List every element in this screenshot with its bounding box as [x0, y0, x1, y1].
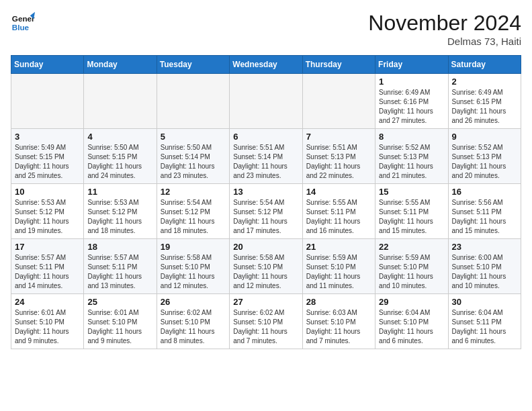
day-number: 18	[87, 242, 152, 252]
day-info: Sunrise: 5:52 AM Sunset: 5:13 PM Dayligh…	[452, 143, 517, 181]
day-info: Sunrise: 6:03 AM Sunset: 5:10 PM Dayligh…	[306, 308, 371, 346]
day-info: Sunrise: 6:02 AM Sunset: 5:10 PM Dayligh…	[233, 308, 298, 346]
svg-text:Blue: Blue	[12, 23, 30, 32]
weekday-header-monday: Monday	[84, 56, 157, 74]
calendar-cell: 28Sunrise: 6:03 AM Sunset: 5:10 PM Dayli…	[302, 294, 375, 349]
day-number: 11	[87, 187, 152, 197]
weekday-header-wednesday: Wednesday	[230, 56, 302, 74]
calendar-week-3: 10Sunrise: 5:53 AM Sunset: 5:12 PM Dayli…	[11, 184, 521, 239]
day-info: Sunrise: 6:02 AM Sunset: 5:10 PM Dayligh…	[161, 308, 226, 346]
calendar-table: SundayMondayTuesdayWednesdayThursdayFrid…	[11, 55, 521, 349]
calendar-cell: 21Sunrise: 5:59 AM Sunset: 5:10 PM Dayli…	[302, 239, 375, 294]
calendar-cell: 9Sunrise: 5:52 AM Sunset: 5:13 PM Daylig…	[448, 129, 521, 184]
day-number: 30	[452, 297, 517, 307]
calendar-cell: 10Sunrise: 5:53 AM Sunset: 5:12 PM Dayli…	[11, 184, 84, 239]
day-number: 4	[87, 132, 152, 142]
weekday-header-tuesday: Tuesday	[157, 56, 229, 74]
day-number: 1	[379, 77, 444, 87]
day-info: Sunrise: 6:49 AM Sunset: 6:15 PM Dayligh…	[452, 88, 517, 126]
day-info: Sunrise: 6:01 AM Sunset: 5:10 PM Dayligh…	[87, 308, 152, 346]
day-number: 3	[15, 132, 80, 142]
day-number: 10	[15, 187, 80, 197]
day-info: Sunrise: 5:58 AM Sunset: 5:10 PM Dayligh…	[233, 253, 298, 291]
day-info: Sunrise: 5:59 AM Sunset: 5:10 PM Dayligh…	[379, 253, 444, 291]
day-number: 7	[306, 132, 371, 142]
day-info: Sunrise: 6:00 AM Sunset: 5:10 PM Dayligh…	[452, 253, 517, 291]
weekday-header-sunday: Sunday	[11, 56, 84, 74]
location: Delmas 73, Haiti	[368, 36, 521, 47]
calendar-cell: 17Sunrise: 5:57 AM Sunset: 5:11 PM Dayli…	[11, 239, 84, 294]
calendar-cell: 27Sunrise: 6:02 AM Sunset: 5:10 PM Dayli…	[230, 294, 302, 349]
calendar-week-1: 1Sunrise: 6:49 AM Sunset: 6:16 PM Daylig…	[11, 74, 521, 129]
day-info: Sunrise: 5:54 AM Sunset: 5:12 PM Dayligh…	[161, 198, 226, 236]
day-info: Sunrise: 5:50 AM Sunset: 5:15 PM Dayligh…	[87, 143, 152, 181]
calendar-cell: 11Sunrise: 5:53 AM Sunset: 5:12 PM Dayli…	[84, 184, 157, 239]
calendar-cell: 15Sunrise: 5:55 AM Sunset: 5:11 PM Dayli…	[375, 184, 448, 239]
day-number: 29	[379, 297, 444, 307]
day-info: Sunrise: 5:58 AM Sunset: 5:10 PM Dayligh…	[161, 253, 226, 291]
calendar-cell: 2Sunrise: 6:49 AM Sunset: 6:15 PM Daylig…	[448, 74, 521, 129]
calendar-cell: 26Sunrise: 6:02 AM Sunset: 5:10 PM Dayli…	[157, 294, 229, 349]
calendar-cell: 25Sunrise: 6:01 AM Sunset: 5:10 PM Dayli…	[84, 294, 157, 349]
day-info: Sunrise: 5:49 AM Sunset: 5:15 PM Dayligh…	[15, 143, 80, 181]
day-info: Sunrise: 5:57 AM Sunset: 5:11 PM Dayligh…	[15, 253, 80, 291]
calendar-cell: 18Sunrise: 5:57 AM Sunset: 5:11 PM Dayli…	[84, 239, 157, 294]
day-info: Sunrise: 5:57 AM Sunset: 5:11 PM Dayligh…	[87, 253, 152, 291]
day-info: Sunrise: 5:52 AM Sunset: 5:13 PM Dayligh…	[379, 143, 444, 181]
day-info: Sunrise: 5:53 AM Sunset: 5:12 PM Dayligh…	[15, 198, 80, 236]
calendar-cell	[11, 74, 84, 129]
calendar-week-5: 24Sunrise: 6:01 AM Sunset: 5:10 PM Dayli…	[11, 294, 521, 349]
calendar-cell: 23Sunrise: 6:00 AM Sunset: 5:10 PM Dayli…	[448, 239, 521, 294]
calendar-cell: 3Sunrise: 5:49 AM Sunset: 5:15 PM Daylig…	[11, 129, 84, 184]
day-number: 23	[452, 242, 517, 252]
day-info: Sunrise: 5:50 AM Sunset: 5:14 PM Dayligh…	[161, 143, 226, 181]
day-number: 19	[161, 242, 226, 252]
day-number: 15	[379, 187, 444, 197]
day-info: Sunrise: 5:51 AM Sunset: 5:13 PM Dayligh…	[306, 143, 371, 181]
day-info: Sunrise: 5:51 AM Sunset: 5:14 PM Dayligh…	[233, 143, 298, 181]
day-info: Sunrise: 5:53 AM Sunset: 5:12 PM Dayligh…	[87, 198, 152, 236]
day-number: 16	[452, 187, 517, 197]
calendar-cell: 6Sunrise: 5:51 AM Sunset: 5:14 PM Daylig…	[230, 129, 302, 184]
day-number: 21	[306, 242, 371, 252]
day-info: Sunrise: 5:59 AM Sunset: 5:10 PM Dayligh…	[306, 253, 371, 291]
day-number: 17	[15, 242, 80, 252]
calendar-cell: 22Sunrise: 5:59 AM Sunset: 5:10 PM Dayli…	[375, 239, 448, 294]
calendar-cell	[230, 74, 302, 129]
day-number: 13	[233, 187, 298, 197]
calendar-cell: 1Sunrise: 6:49 AM Sunset: 6:16 PM Daylig…	[375, 74, 448, 129]
calendar-week-2: 3Sunrise: 5:49 AM Sunset: 5:15 PM Daylig…	[11, 129, 521, 184]
day-info: Sunrise: 6:04 AM Sunset: 5:11 PM Dayligh…	[452, 308, 517, 346]
weekday-header-saturday: Saturday	[448, 56, 521, 74]
calendar-cell: 7Sunrise: 5:51 AM Sunset: 5:13 PM Daylig…	[302, 129, 375, 184]
weekday-header-thursday: Thursday	[302, 56, 375, 74]
day-info: Sunrise: 5:55 AM Sunset: 5:11 PM Dayligh…	[379, 198, 444, 236]
day-number: 20	[233, 242, 298, 252]
calendar-cell	[84, 74, 157, 129]
day-number: 12	[161, 187, 226, 197]
calendar-cell: 24Sunrise: 6:01 AM Sunset: 5:10 PM Dayli…	[11, 294, 84, 349]
calendar-cell	[302, 74, 375, 129]
page-header: General Blue November 2024 Delmas 73, Ha…	[11, 11, 521, 47]
calendar-cell: 8Sunrise: 5:52 AM Sunset: 5:13 PM Daylig…	[375, 129, 448, 184]
day-info: Sunrise: 6:04 AM Sunset: 5:10 PM Dayligh…	[379, 308, 444, 346]
day-number: 2	[452, 77, 517, 87]
calendar-cell: 19Sunrise: 5:58 AM Sunset: 5:10 PM Dayli…	[157, 239, 229, 294]
day-info: Sunrise: 6:01 AM Sunset: 5:10 PM Dayligh…	[15, 308, 80, 346]
day-number: 14	[306, 187, 371, 197]
logo-icon: General Blue	[11, 11, 35, 35]
day-number: 26	[161, 297, 226, 307]
calendar-cell: 20Sunrise: 5:58 AM Sunset: 5:10 PM Dayli…	[230, 239, 302, 294]
day-info: Sunrise: 5:54 AM Sunset: 5:12 PM Dayligh…	[233, 198, 298, 236]
day-info: Sunrise: 6:49 AM Sunset: 6:16 PM Dayligh…	[379, 88, 444, 126]
calendar-cell: 30Sunrise: 6:04 AM Sunset: 5:11 PM Dayli…	[448, 294, 521, 349]
calendar-cell: 16Sunrise: 5:56 AM Sunset: 5:11 PM Dayli…	[448, 184, 521, 239]
calendar-week-4: 17Sunrise: 5:57 AM Sunset: 5:11 PM Dayli…	[11, 239, 521, 294]
day-number: 27	[233, 297, 298, 307]
calendar-cell: 13Sunrise: 5:54 AM Sunset: 5:12 PM Dayli…	[230, 184, 302, 239]
day-info: Sunrise: 5:56 AM Sunset: 5:11 PM Dayligh…	[452, 198, 517, 236]
calendar-cell: 4Sunrise: 5:50 AM Sunset: 5:15 PM Daylig…	[84, 129, 157, 184]
calendar-cell: 12Sunrise: 5:54 AM Sunset: 5:12 PM Dayli…	[157, 184, 229, 239]
day-number: 25	[87, 297, 152, 307]
day-number: 8	[379, 132, 444, 142]
